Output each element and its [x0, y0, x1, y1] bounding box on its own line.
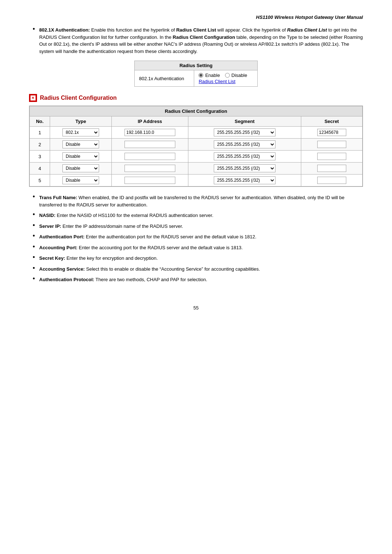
- section-heading-text: Radius Client Configuration: [40, 95, 117, 101]
- radio-enable-label: Enable: [205, 73, 220, 78]
- row-5-ip[interactable]: [111, 175, 188, 186]
- radius-config-ref: Radius Client Configuration: [173, 34, 235, 40]
- row-3-type[interactable]: Disable802.1xRoaming Out: [50, 151, 111, 163]
- radius-client-list-ref1: Radius Client List: [176, 27, 216, 33]
- row-1-segment-select[interactable]: 255.255.255.255 (/32)255.255.255.0 (/24)…: [214, 128, 275, 136]
- radius-setting-title: Radius Setting: [135, 61, 258, 70]
- row-1-secret[interactable]: [301, 127, 362, 139]
- config-table-wrapper: Radius Client Configuration No. Type IP …: [29, 106, 363, 187]
- row-4-type-select[interactable]: Disable802.1xRoaming Out: [62, 164, 99, 172]
- bullet-dot: •: [33, 265, 39, 273]
- row-2-type-select[interactable]: Disable802.1xRoaming Out: [62, 140, 99, 148]
- radio-disable[interactable]: [225, 73, 230, 78]
- row-2-secret-input[interactable]: [317, 141, 346, 148]
- row-5-type[interactable]: Disable802.1xRoaming Out: [50, 175, 111, 186]
- bullet-dot: •: [33, 211, 39, 219]
- bullet-dot: •: [33, 193, 39, 208]
- bottom-bullet-text-5: Secret Key: Enter the key for encryption…: [39, 255, 363, 262]
- row-3-type-select[interactable]: Disable802.1xRoaming Out: [62, 152, 99, 160]
- row-1-secret-input[interactable]: [317, 129, 346, 136]
- bottom-bullet-text-2: Server IP: Enter the IP address/domain n…: [39, 223, 363, 230]
- radio-disable-label: Disable: [232, 73, 247, 78]
- row-2-segment-select[interactable]: 255.255.255.255 (/32)255.255.255.0 (/24)…: [214, 140, 275, 148]
- bottom-bullet-text-6: Accounting Service: Select this to enabl…: [39, 266, 363, 273]
- section-icon-inner: R: [30, 95, 36, 100]
- table-row: 5Disable802.1xRoaming Out255.255.255.255…: [30, 175, 363, 186]
- col-header-segment: Segment: [188, 116, 301, 127]
- row-2-ip-input[interactable]: [124, 141, 175, 148]
- config-table: Radius Client Configuration No. Type IP …: [29, 106, 363, 186]
- bottom-bullet-5: •Secret Key: Enter the key for encryptio…: [29, 255, 363, 262]
- row-4-segment-select[interactable]: 255.255.255.255 (/32)255.255.255.0 (/24)…: [214, 164, 275, 172]
- col-header-type: Type: [50, 116, 111, 127]
- radius-radio-group: Enable Disable Radius Client List: [199, 73, 253, 84]
- row-3-ip[interactable]: [111, 151, 188, 163]
- row-3-secret-input[interactable]: [317, 153, 346, 160]
- bullet-dot: •: [33, 233, 39, 241]
- row-4-ip[interactable]: [111, 163, 188, 175]
- radius-link-row[interactable]: Radius Client List: [199, 79, 253, 84]
- row-2-type[interactable]: Disable802.1xRoaming Out: [50, 139, 111, 151]
- row-3-secret[interactable]: [301, 151, 362, 163]
- radius-setting-row-label: 802.1x Authentication: [135, 70, 194, 87]
- row-4-type[interactable]: Disable802.1xRoaming Out: [50, 163, 111, 175]
- bottom-bullet-text-4: Accounting Port: Enter the accounting po…: [39, 244, 363, 251]
- radio-enable[interactable]: [199, 73, 203, 78]
- bottom-bullet-text-0: Trans Full Name: When enabled, the ID an…: [39, 194, 363, 208]
- row-5-secret[interactable]: [301, 175, 362, 186]
- bullet-text-8021x: 802.1X Authentication: Enable this funct…: [39, 26, 363, 55]
- row-5-type-select[interactable]: Disable802.1xRoaming Out: [62, 176, 99, 184]
- bottom-bullet-4: •Accounting Port: Enter the accounting p…: [29, 244, 363, 251]
- bottom-bullet-label-6: Accounting Service:: [39, 266, 85, 272]
- bottom-bullet-1: •NASID: Enter the NASID of HS1100 for th…: [29, 212, 363, 219]
- section-heading: R Radius Client Configuration: [29, 94, 363, 102]
- bottom-bullet-3: •Authentication Port: Enter the authenti…: [29, 233, 363, 241]
- bullet-item-8021x: • 802.1X Authentication: Enable this fun…: [29, 26, 363, 55]
- row-1-ip-input[interactable]: [124, 129, 175, 136]
- bullet-dot: •: [33, 222, 39, 230]
- row-3-ip-input[interactable]: [124, 153, 175, 160]
- radius-setting-wrapper: Radius Setting 802.1x Authentication Ena…: [29, 61, 363, 87]
- row-5-ip-input[interactable]: [124, 177, 175, 184]
- bottom-bullet-label-4: Accounting Port:: [39, 245, 77, 250]
- row-5-segment-select[interactable]: 255.255.255.255 (/32)255.255.255.0 (/24)…: [214, 176, 275, 184]
- row-5-secret-input[interactable]: [317, 177, 346, 184]
- row-1-type[interactable]: Disable802.1xRoaming Out: [50, 127, 111, 139]
- row-1-type-select[interactable]: Disable802.1xRoaming Out: [62, 128, 99, 136]
- col-header-no: No.: [30, 116, 50, 127]
- radio-enable-row[interactable]: Enable Disable: [199, 73, 253, 78]
- row-4-ip-input[interactable]: [124, 165, 175, 172]
- bottom-bullet-7: •Authentication Protocol: There are two …: [29, 276, 363, 283]
- bullet-dot: •: [33, 275, 39, 283]
- bottom-bullet-label-3: Authentication Port:: [39, 234, 85, 239]
- section-icon: R: [29, 94, 37, 102]
- bullet-dot: •: [33, 26, 39, 55]
- bullet-dot: •: [33, 243, 39, 251]
- row-5-no: 5: [30, 175, 50, 186]
- row-4-secret-input[interactable]: [317, 165, 346, 172]
- row-3-segment-select[interactable]: 255.255.255.255 (/32)255.255.255.0 (/24)…: [214, 152, 275, 160]
- row-2-no: 2: [30, 139, 50, 151]
- bottom-bullet-2: •Server IP: Enter the IP address/domain …: [29, 223, 363, 230]
- page-number: 55: [29, 305, 363, 311]
- row-2-secret[interactable]: [301, 139, 362, 151]
- row-4-no: 4: [30, 163, 50, 175]
- row-2-ip[interactable]: [111, 139, 188, 151]
- bottom-bullet-0: •Trans Full Name: When enabled, the ID a…: [29, 194, 363, 208]
- table-row: 3Disable802.1xRoaming Out255.255.255.255…: [30, 151, 363, 163]
- col-header-ip: IP Address: [111, 116, 188, 127]
- row-2-segment[interactable]: 255.255.255.255 (/32)255.255.255.0 (/24)…: [188, 139, 301, 151]
- row-4-secret[interactable]: [301, 163, 362, 175]
- radius-setting-table: Radius Setting 802.1x Authentication Ena…: [134, 61, 258, 87]
- radius-client-list-ref2: Radius Client List: [287, 27, 327, 33]
- radius-setting-controls[interactable]: Enable Disable Radius Client List: [194, 70, 258, 87]
- bullet-section-8021x: • 802.1X Authentication: Enable this fun…: [29, 26, 363, 55]
- row-4-segment[interactable]: 255.255.255.255 (/32)255.255.255.0 (/24)…: [188, 163, 301, 175]
- row-1-ip[interactable]: [111, 127, 188, 139]
- row-1-segment[interactable]: 255.255.255.255 (/32)255.255.255.0 (/24)…: [188, 127, 301, 139]
- row-5-segment[interactable]: 255.255.255.255 (/32)255.255.255.0 (/24)…: [188, 175, 301, 186]
- radius-client-list-link[interactable]: Radius Client List: [199, 79, 235, 84]
- row-3-segment[interactable]: 255.255.255.255 (/32)255.255.255.0 (/24)…: [188, 151, 301, 163]
- bottom-bullet-label-5: Secret Key:: [39, 255, 65, 261]
- bottom-bullet-label-2: Server IP:: [39, 223, 61, 229]
